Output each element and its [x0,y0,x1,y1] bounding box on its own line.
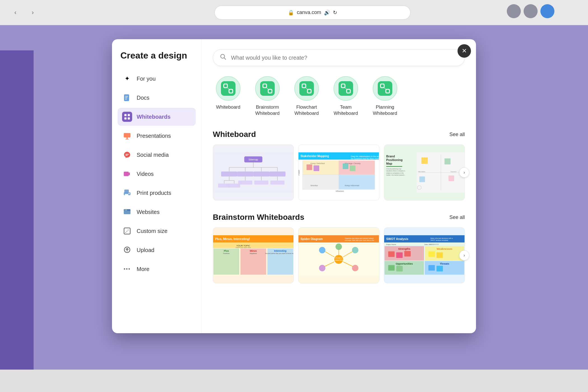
social-media-icon [122,150,132,160]
quick-icon-brainstorm[interactable]: BrainstormWhiteboard [252,76,283,116]
address-bar[interactable]: 🔒 canva.com 🔊 ↻ [214,6,410,20]
svg-point-127 [319,247,326,253]
svg-text:Provide a: Provide a [335,257,342,259]
lock-icon: 🔒 [288,10,294,16]
svg-rect-3 [125,99,127,99]
whiteboard-see-all[interactable]: See all [449,132,465,137]
svg-rect-30 [341,84,345,88]
svg-rect-12 [124,172,129,176]
planning-inner [378,81,392,96]
whiteboard-cards-next[interactable]: › [459,167,469,178]
search-input[interactable] [231,55,458,61]
planning-circle [373,76,397,101]
svg-rect-4 [123,113,131,121]
canva-sidebar [0,50,34,392]
svg-text:Sitemap: Sitemap [249,158,258,161]
whiteboard-circle [216,76,241,101]
more-icon: ••• [122,264,132,274]
brainstorm-see-all[interactable]: See all [449,214,465,220]
brainstorm-cards-row: Plus, Minus, Interesting! YOUR TOPIC Ins… [213,227,465,283]
avatar-3 [540,4,554,18]
svg-rect-156 [396,266,403,272]
url-text: canva.com [297,10,321,15]
svg-rect-96 [421,157,428,164]
sidebar-item-docs[interactable]: Docs [118,89,196,107]
svg-point-133 [352,247,358,253]
svg-rect-8 [128,117,130,120]
quick-label-whiteboard: Whiteboard [216,104,241,110]
svg-rect-27 [268,89,272,93]
template-card-sitemap[interactable]: Sitemap [213,144,294,200]
modal-inner: Create a design ✦ For you Docs [112,39,476,333]
svg-rect-153 [428,251,435,257]
sidebar-label-more: More [137,266,150,272]
svg-rect-98 [444,158,451,165]
svg-rect-5 [124,114,127,116]
sidebar-item-social-media[interactable]: Social media [118,146,196,164]
svg-rect-158 [436,266,443,272]
svg-text:Positives: Positives [223,253,230,254]
sidebar-item-custom-size[interactable]: Custom size [118,222,196,240]
svg-text:Date: MM/DD/YYYY: Date: MM/DD/YYYY [424,244,439,245]
svg-text:Positioning: Positioning [386,158,403,162]
back-button[interactable]: ‹ [8,6,22,20]
team-circle [333,76,358,101]
template-card-stakeholder[interactable]: Stakeholder Mapping Drag the stakeholder… [298,144,379,200]
sidebar-label-for-you: For you [137,76,156,82]
quick-icon-whiteboard[interactable]: Whiteboard [213,76,244,116]
svg-rect-25 [229,89,233,93]
sidebar-label-websites: Websites [137,209,160,215]
quick-icon-planning[interactable]: PlanningWhiteboard [370,76,400,116]
bottom-bar [0,370,588,392]
quick-icon-team[interactable]: TeamWhiteboard [330,76,361,116]
svg-text:A brand positioning map: A brand positioning map [386,168,401,170]
template-card-plus-minus[interactable]: Plus, Minus, Interesting! YOUR TOPIC Ins… [213,227,294,283]
sidebar-label-whiteboards: Whiteboards [137,114,171,120]
whiteboard-inner [221,81,235,96]
svg-rect-58 [270,181,284,185]
refresh-icon: ↻ [333,10,337,16]
brainstorm-inner [260,81,275,96]
svg-rect-26 [263,84,267,88]
svg-rect-87 [386,166,402,167]
svg-rect-154 [436,252,443,258]
avatar-2 [524,4,538,18]
svg-text:YOUR TOPIC: YOUR TOPIC [236,244,250,247]
brainstorm-section-title: Brainstorm Whiteboards [213,213,304,222]
quick-icon-flowchart[interactable]: FlowchartWhiteboard [291,76,322,116]
sidebar-item-websites[interactable]: Websites [118,203,196,221]
modal-close-button[interactable]: ✕ [458,44,471,58]
svg-rect-45 [253,172,269,177]
sidebar-item-upload[interactable]: Upload [118,241,196,259]
template-card-swot[interactable]: SWOT Analysis Make informed decisions wi… [384,227,465,283]
browser-chrome: ‹ › 🔒 canva.com 🔊 ↻ [0,0,588,25]
svg-text:market. Use market research...: market. Use market research... [386,174,405,176]
svg-text:Make informed decisions with a: Make informed decisions with a [430,237,453,239]
svg-text:Strengths: Strengths [398,248,410,250]
forward-button[interactable]: › [26,6,40,20]
main-content: Whiteboard BrainstormWhiteboard [202,39,476,333]
svg-text:Plus, Minus, Interesting!: Plus, Minus, Interesting! [215,237,250,241]
modal-title: Create a design [118,50,196,61]
sidebar-item-whiteboards[interactable]: Whiteboards [118,108,196,126]
svg-rect-43 [221,172,237,177]
sidebar-label-docs: Docs [137,95,150,101]
svg-rect-97 [419,177,425,182]
sidebar-item-print-products[interactable]: Print products [118,184,196,202]
sidebar-item-for-you[interactable]: ✦ For you [118,70,196,88]
whiteboard-section-title: Whiteboard [213,130,256,139]
quick-label-planning: PlanningWhiteboard [373,104,397,116]
sidebar-label-presentations: Presentations [137,133,171,139]
sidebar-item-videos[interactable]: Videos [118,165,196,183]
sidebar-item-presentations[interactable]: Presentations [118,127,196,145]
svg-text:Map: Map [386,162,392,165]
search-bar[interactable] [213,49,465,66]
template-card-spider[interactable]: Spider Diagram Organize your ideas and c… [298,227,379,283]
flowchart-circle [294,76,319,101]
sidebar-item-more[interactable]: ••• More [118,260,196,278]
svg-marker-13 [129,172,130,176]
brainstorm-cards-next[interactable]: › [459,250,469,260]
template-card-brand[interactable]: Brand Positioning Map A brand positionin… [384,144,465,200]
presentations-icon [122,131,132,141]
svg-text:Minus: Minus [250,249,257,252]
